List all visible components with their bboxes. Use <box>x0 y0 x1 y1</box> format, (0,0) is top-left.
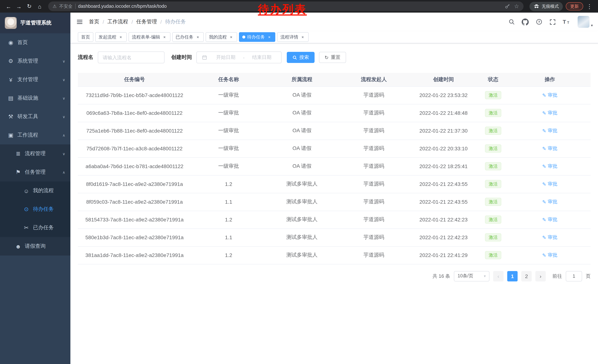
action-cell: ✎审批 <box>509 122 590 140</box>
sidebar-item-leave-query[interactable]: ☻请假查询 <box>0 237 70 256</box>
sidebar: 芋道管理系统 ◉首页⚙系统管理∨¥支付管理∨▤基础设施∨⚒研发工具∨▣工作流程∧… <box>0 13 70 364</box>
end-date-placeholder: 结束日期 <box>246 54 277 61</box>
page-size-select[interactable]: 10条/页 ▾ <box>454 271 490 281</box>
process-cell: 测试多审批人 <box>266 246 338 264</box>
approve-link[interactable]: ✎审批 <box>542 145 557 152</box>
browser-reload-icon[interactable]: ↻ <box>25 1 34 11</box>
approve-link[interactable]: ✎审批 <box>542 198 557 205</box>
sidebar-item-workflow[interactable]: ▣工作流程∧ <box>0 126 70 145</box>
sidebar-item-task-management[interactable]: ⚑任务管理∧ <box>0 163 70 181</box>
create-time-cell: 2022-01-21 22:43:55 <box>410 193 477 211</box>
tab-done-task[interactable]: 已办任务× <box>172 32 204 42</box>
task-id-cell: 8f0d1619-7ac8-11ec-a9e2-a2380e71991a <box>78 175 191 193</box>
close-icon[interactable]: × <box>118 34 123 40</box>
approve-link[interactable]: ✎审批 <box>542 252 557 259</box>
edit-icon: ✎ <box>542 92 546 98</box>
tab-label: 已办任务 <box>176 34 193 40</box>
col-header-process: 所属流程 <box>266 73 338 86</box>
approve-link[interactable]: ✎审批 <box>542 110 557 116</box>
tab-my-process[interactable]: 我的流程× <box>206 32 237 42</box>
tab-home[interactable]: 首页 <box>78 32 93 42</box>
date-range-picker[interactable]: 开始日期 - 结束日期 <box>196 51 282 63</box>
sidebar-item-process-management[interactable]: ≣流程管理∨ <box>0 145 70 163</box>
tab-process-detail[interactable]: 流程详情× <box>277 32 309 42</box>
chevron-down-icon: ∨ <box>62 115 65 119</box>
tab-start-process[interactable]: 发起流程× <box>95 32 127 42</box>
my-process-icon: ☺ <box>23 187 30 194</box>
close-icon[interactable]: × <box>162 34 167 40</box>
breadcrumb-separator: / <box>160 19 162 25</box>
approve-link[interactable]: ✎审批 <box>542 163 557 170</box>
font-size-icon[interactable]: T T <box>562 18 571 26</box>
approve-link[interactable]: ✎审批 <box>542 92 557 98</box>
task-id-cell: a6aba0a4-7b6d-11ec-b781-acde48001122 <box>78 157 191 175</box>
incognito-icon <box>533 4 540 9</box>
approve-link[interactable]: ✎审批 <box>542 127 557 134</box>
close-icon[interactable]: × <box>195 34 200 40</box>
sidebar-collapse-icon[interactable] <box>70 13 89 31</box>
approve-link[interactable]: ✎审批 <box>542 181 557 187</box>
close-icon[interactable]: × <box>267 34 272 40</box>
sidebar-item-dev-tools[interactable]: ⚒研发工具∨ <box>0 107 70 126</box>
help-icon[interactable]: ? <box>535 18 543 26</box>
approve-link[interactable]: ✎审批 <box>542 234 557 241</box>
app-title: 芋道管理系统 <box>20 20 51 26</box>
sidebar-item-my-process[interactable]: ☺我的流程 <box>0 181 70 200</box>
breadcrumb-item[interactable]: 工作流程 <box>108 18 128 25</box>
initiator-cell: 芋道源码 <box>338 211 410 228</box>
incognito-badge: 无痕模式 <box>530 2 563 11</box>
table-row: 381aa1dd-7ac8-11ec-a9e2-a2380e71991a1.2测… <box>78 246 590 264</box>
page-unit-label: 页 <box>586 273 590 279</box>
process-cell: 测试多审批人 <box>266 211 338 228</box>
approve-link-label: 审批 <box>548 198 557 205</box>
browser-forward-icon[interactable]: → <box>14 1 24 11</box>
tab-todo-task[interactable]: 待办任务× <box>239 32 275 42</box>
tab-label: 发起流程 <box>99 34 116 40</box>
fullscreen-icon[interactable] <box>549 18 557 26</box>
close-icon[interactable]: × <box>229 34 234 40</box>
sidebar-item-payment-management[interactable]: ¥支付管理∨ <box>0 70 70 89</box>
process-cell: OA 请假 <box>266 104 338 122</box>
sidebar-item-todo-task[interactable]: ⊙待办任务 <box>0 200 70 218</box>
status-badge: 激活 <box>485 251 501 259</box>
active-tab-dot <box>242 36 245 39</box>
bookmark-star-icon[interactable]: ☆ <box>514 3 519 10</box>
browser-menu-icon[interactable]: ⋮ <box>585 1 594 11</box>
next-page-button[interactable]: › <box>535 271 546 281</box>
breadcrumb-item[interactable]: 首页 <box>89 18 99 25</box>
user-avatar-menu[interactable]: ▾ <box>578 16 593 28</box>
prev-page-button[interactable]: ‹ <box>493 271 504 281</box>
status-badge: 激活 <box>485 127 501 135</box>
key-icon[interactable] <box>503 2 512 10</box>
approve-link[interactable]: ✎审批 <box>542 216 557 223</box>
action-cell: ✎审批 <box>509 211 590 228</box>
close-icon[interactable]: × <box>300 34 305 40</box>
sidebar-item-home[interactable]: ◉首页 <box>0 33 70 52</box>
page-button-1[interactable]: 1 <box>507 271 518 281</box>
chevron-down-icon: ∨ <box>62 152 65 156</box>
search-button[interactable]: 搜索 <box>287 52 315 63</box>
sidebar-item-done-task[interactable]: ✂已办任务 <box>0 218 70 237</box>
page-button-2[interactable]: 2 <box>521 271 532 281</box>
task-name-cell: 一级审批 <box>191 104 266 122</box>
edit-icon: ✎ <box>542 199 546 205</box>
process-cell: 测试多审批人 <box>266 193 338 211</box>
tab-process-form-edit[interactable]: 流程表单-编辑× <box>129 32 170 42</box>
reset-button[interactable]: ↻ 重置 <box>319 52 346 63</box>
update-button[interactable]: 更新 <box>566 2 583 10</box>
status-cell: 激活 <box>477 175 509 193</box>
svg-text:T: T <box>563 19 566 25</box>
github-icon[interactable] <box>521 18 530 26</box>
search-icon[interactable] <box>507 18 516 26</box>
sidebar-item-infrastructure[interactable]: ▤基础设施∨ <box>0 89 70 107</box>
sidebar-item-system-management[interactable]: ⚙系统管理∨ <box>0 52 70 70</box>
approve-link-label: 审批 <box>548 252 557 259</box>
incognito-label: 无痕模式 <box>542 4 559 9</box>
done-task-icon: ✂ <box>23 224 30 231</box>
browser-back-icon[interactable]: ← <box>4 1 13 11</box>
breadcrumb-item[interactable]: 任务管理 <box>136 18 157 25</box>
browser-home-icon[interactable]: ⌂ <box>35 1 44 11</box>
process-name-input[interactable] <box>98 51 165 63</box>
status-cell: 激活 <box>477 122 509 140</box>
goto-page-input[interactable] <box>566 271 582 281</box>
